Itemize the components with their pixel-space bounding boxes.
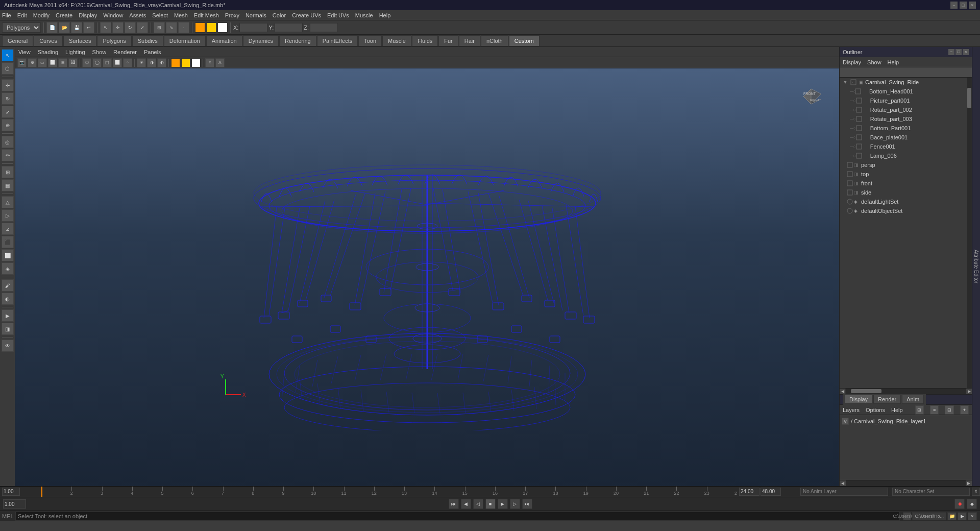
menu-edit[interactable]: Edit: [17, 12, 27, 18]
render-button[interactable]: ▶: [2, 309, 14, 322]
rotate-button[interactable]: ↻: [2, 92, 14, 105]
layers-tab-render[interactable]: Render: [873, 395, 901, 404]
viewport-menu-view[interactable]: View: [18, 49, 31, 55]
snap-curve-button[interactable]: ∿: [166, 22, 177, 33]
minimize-button[interactable]: −: [950, 2, 958, 9]
split-polygon-button[interactable]: ⊿: [2, 223, 14, 235]
viewport-menu-show[interactable]: Show: [92, 49, 107, 55]
rotate-tool-button[interactable]: ↻: [125, 22, 136, 33]
viewport-menu-panels[interactable]: Panels: [144, 49, 161, 55]
outliner-maximize[interactable]: □: [955, 49, 962, 55]
menu-modify[interactable]: Modify: [33, 12, 50, 18]
menu-edit-mesh[interactable]: Edit Mesh: [194, 12, 219, 18]
y-input[interactable]: [275, 23, 303, 32]
menu-create-uvs[interactable]: Create UVs: [292, 12, 321, 18]
vp-shading-smooth[interactable]: ◯: [92, 58, 102, 67]
z-input[interactable]: [310, 23, 338, 32]
color-btn-3[interactable]: [217, 22, 228, 33]
universal-manip-button[interactable]: ⊕: [2, 119, 14, 131]
step-forward-button[interactable]: ▷: [510, 499, 520, 509]
layers-h-scrollbar[interactable]: [846, 480, 966, 486]
layers-menu-options[interactable]: Options: [866, 407, 885, 413]
attribute-editor-tab[interactable]: Attribute Editor: [972, 47, 980, 486]
outliner-menu-help[interactable]: Help: [888, 59, 899, 65]
command-input[interactable]: Select Tool: select an object: [15, 512, 900, 521]
outliner-search-input[interactable]: [842, 69, 970, 76]
play-back-button[interactable]: ◁: [473, 499, 483, 509]
rewind-to-start-button[interactable]: ⏮: [449, 499, 459, 509]
ipr-button[interactable]: ◨: [2, 323, 14, 335]
outliner-h-scrollbar[interactable]: [846, 389, 966, 394]
menu-color[interactable]: Color: [273, 12, 286, 18]
paint-weights-button[interactable]: 🖌: [2, 279, 14, 292]
layers-tab-anim[interactable]: Anim: [902, 395, 924, 404]
h-scroll-right[interactable]: ▶: [966, 389, 972, 394]
vp-shading-bounding[interactable]: ⬜: [113, 58, 122, 67]
vp-cam-attrib[interactable]: ⚙: [28, 58, 37, 67]
forward-to-end-button[interactable]: ⏭: [522, 499, 532, 509]
tree-item-lamp-006[interactable]: ─○ Lamp_006: [840, 151, 967, 160]
timeline-track[interactable]: 123456789101112131415161718192021222324: [41, 487, 737, 497]
save-file-button[interactable]: 💾: [71, 22, 82, 33]
tab-hair[interactable]: Hair: [459, 35, 480, 46]
layers-h-scroll-left[interactable]: ◀: [840, 480, 846, 486]
sculpt-button[interactable]: ✏: [2, 149, 14, 161]
script-run-button[interactable]: ▶: [958, 512, 967, 520]
vp-lighting-selected[interactable]: ◑: [147, 58, 156, 67]
select-tool-button[interactable]: ↖: [100, 22, 111, 33]
vp-lighting-default[interactable]: ◐: [157, 58, 166, 67]
maximize-button[interactable]: □: [960, 2, 967, 9]
tab-muscle[interactable]: Muscle: [382, 35, 411, 46]
outliner-minimize[interactable]: −: [948, 49, 954, 55]
stop-button[interactable]: ■: [485, 499, 496, 509]
tab-general[interactable]: General: [2, 35, 33, 46]
tree-item-front[interactable]: ◨ front: [840, 179, 967, 188]
layer-visibility-btn[interactable]: V: [842, 418, 849, 425]
outliner-menu-display[interactable]: Display: [843, 59, 861, 65]
tab-animation[interactable]: Animation: [206, 35, 242, 46]
layers-btn-3[interactable]: ⊟: [945, 405, 953, 415]
vp-resolution-gate[interactable]: ⬜: [48, 58, 57, 67]
menu-normals[interactable]: Normals: [246, 12, 266, 18]
menu-create[interactable]: Create: [56, 12, 72, 18]
viewport-menu-shading[interactable]: Shading: [38, 49, 58, 55]
select-mode-button[interactable]: ↖: [2, 49, 14, 61]
outliner-h-scrollbar-thumb[interactable]: [851, 389, 881, 393]
outliner-v-scrollbar[interactable]: [967, 78, 972, 388]
snap-to-grid-button[interactable]: ▦: [2, 179, 14, 191]
mode-dropdown[interactable]: Polygons: [2, 22, 41, 33]
tree-item-top[interactable]: ◨ top: [840, 170, 967, 179]
extrude-button[interactable]: ⬛: [2, 236, 14, 248]
menu-display[interactable]: Display: [79, 12, 97, 18]
tree-item-picture-part001[interactable]: ─○ Picture_part001: [840, 96, 967, 105]
tab-curves[interactable]: Curves: [34, 35, 63, 46]
current-frame-input[interactable]: [3, 499, 26, 509]
tree-item-rotate-part-002[interactable]: ─○ Rotate_part_002: [840, 105, 967, 114]
timeline-start-input[interactable]: [2, 488, 20, 496]
viewport-menu-renderer[interactable]: Renderer: [113, 49, 137, 55]
scale-tool-button[interactable]: ⤢: [137, 22, 148, 33]
move-tool-button[interactable]: ✛: [112, 22, 124, 33]
tree-item-rotate-part-003[interactable]: ─○ Rotate_part_003: [840, 114, 967, 124]
vp-shading-flat[interactable]: ◫: [103, 58, 112, 67]
tab-custom[interactable]: Custom: [509, 35, 540, 46]
play-forward-button[interactable]: ▶: [498, 499, 508, 509]
outliner-close[interactable]: ×: [963, 49, 969, 55]
keyframe-button[interactable]: ◆: [967, 499, 977, 509]
menu-mesh[interactable]: Mesh: [174, 12, 188, 18]
menu-assets[interactable]: Assets: [129, 12, 146, 18]
tree-item-bottom-part001[interactable]: ─○ Bottom_Part001: [840, 124, 967, 133]
layers-btn-2[interactable]: ≡: [930, 405, 939, 415]
soft-select-button[interactable]: ◎: [2, 136, 14, 148]
viewport-menu-lighting[interactable]: Lighting: [65, 49, 85, 55]
window-controls[interactable]: − □ ×: [950, 2, 976, 9]
vp-shading-points[interactable]: ⁘: [123, 58, 132, 67]
tree-item-defaultobjectset[interactable]: ◈ defaultObjectSet: [840, 206, 967, 215]
timeline-resize-handle[interactable]: ⇕: [972, 488, 980, 496]
viewport-3d[interactable]: X Y FRONT RIGHT: [15, 68, 839, 486]
show-manip-button[interactable]: ⊞: [2, 166, 14, 178]
layers-menu-help[interactable]: Help: [891, 407, 903, 413]
color-btn-2[interactable]: [206, 22, 216, 33]
tab-polygons[interactable]: Polygons: [97, 35, 131, 46]
timeline-anim-end-input[interactable]: [761, 488, 781, 496]
